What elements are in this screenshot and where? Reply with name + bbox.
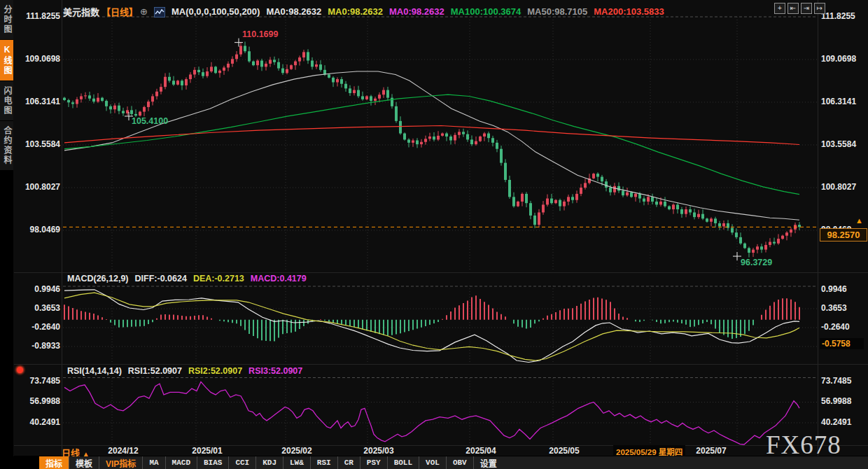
rsi-y-right-2: 40.2491 (821, 417, 866, 428)
candles-group (63, 42, 801, 258)
rsi-y-left-0: 73.7485 (14, 376, 60, 386)
macd-diff-line (64, 290, 799, 363)
macd-macd-value: MACD:0.4179 (251, 274, 307, 284)
toolbar-item-cr[interactable]: CR (337, 456, 360, 469)
macd-rsi-divider (14, 364, 868, 365)
trading-app: 分时图 K线图 闪电图 合约资料 美元指数 【日线】 ⊕ MA(0,0,0,10… (0, 0, 868, 469)
ma50-line (64, 71, 799, 220)
toolbar-item-rsi[interactable]: RSI (310, 456, 337, 469)
macd-y-right-2: -0.2640 (821, 322, 866, 332)
main-y-left-4: 100.8027 (14, 182, 60, 192)
fx678-watermark: FX678 (766, 430, 841, 460)
toolbar-item-vip-indicators[interactable]: VIP指标 (99, 456, 142, 469)
main-y-left-5: 98.0469 (14, 225, 60, 235)
macd-y-right-1: 0.3653 (821, 303, 866, 314)
high-annotation: 110.1699 (242, 29, 278, 39)
dec-low-annotation: 105.4100 (132, 116, 168, 126)
toolbar-item-settings[interactable]: 设置 (473, 456, 503, 469)
main-y-left-3: 103.5584 (14, 139, 60, 150)
last-price-arrow-icon: ▲ (855, 216, 863, 225)
shift-left-icon[interactable]: ⇤ (788, 3, 799, 14)
toolbar-item-vol[interactable]: VOL (419, 456, 446, 469)
toolbar-item-boll[interactable]: BOLL (387, 456, 419, 469)
toolbar-item-bias[interactable]: BIAS (197, 456, 228, 469)
x-label-jan: 2025/01 (192, 446, 222, 456)
macd-dea-value: DEA:-0.2713 (193, 274, 244, 284)
x-label-jul: 2025/07 (696, 446, 726, 456)
macd-diff-value: DIFF:-0.0624 (135, 274, 187, 284)
symbol-title: 美元指数 (63, 5, 99, 18)
toolbar-item-ma[interactable]: MA (142, 456, 164, 469)
expand-icon[interactable]: ⊕ (140, 6, 148, 17)
rsi-line (64, 382, 799, 444)
toolbar-item-cci[interactable]: CCI (228, 456, 255, 469)
x-label-may: 2025/05 (549, 446, 579, 456)
rsi-legend: RSI(14,14,14) RSI1:52.0907 RSI2:52.0907 … (67, 366, 302, 376)
rsi2-value: RSI2:52.0907 (188, 366, 242, 376)
macd-legend: MACD(26,12,9) DIFF:-0.0624 DEA:-0.2713 M… (67, 274, 307, 284)
ma200-value: MA200:103.5833 (594, 6, 664, 17)
alert-sun-icon[interactable] (17, 367, 23, 373)
toolbar-item-obv[interactable]: OBV (446, 456, 473, 469)
indicator-chart-icon[interactable] (154, 7, 165, 18)
macd-dea-line (64, 293, 799, 360)
main-y-left-2: 106.3141 (14, 97, 60, 107)
sidebar-tab-lightning-chart[interactable]: 闪电图 (0, 81, 13, 121)
main-y-right-0: 111.8255 (821, 11, 866, 22)
main-y-left-1: 109.0698 (14, 54, 60, 64)
rsi-y-left-2: 40.2491 (14, 417, 60, 428)
ma200-line (64, 126, 799, 145)
toolbar-item-templates[interactable]: 模板 (69, 456, 99, 469)
pan-icon[interactable]: + (774, 3, 785, 14)
ma100-value: MA100:100.3674 (451, 6, 521, 17)
sidebar-tab-time-chart[interactable]: 分时图 (0, 0, 13, 40)
jump-latest-icon[interactable]: ↦ (814, 3, 825, 14)
period-tag: 【日线】 (102, 5, 138, 18)
main-macd-divider (14, 272, 868, 273)
x-label-feb: 2025/02 (281, 446, 312, 456)
toolbar-item-macd[interactable]: MACD (165, 456, 197, 469)
ma0-value-3: MA0:98.2632 (389, 6, 444, 17)
chart-type-sidebar: 分时图 K线图 闪电图 合约资料 (0, 0, 13, 469)
rsi-title: RSI(14,14,14) (67, 366, 122, 376)
macd-y-left-2: -0.2640 (14, 322, 60, 332)
rsi-y-left-1: 56.9988 (14, 396, 60, 407)
ma50-value: MA50:98.7105 (527, 6, 587, 17)
left-gutter-divider (62, 0, 62, 456)
shift-right-icon[interactable]: ⇥ (801, 3, 812, 14)
x-label-apr: 2025/04 (465, 446, 496, 456)
x-label-mar: 2025/03 (363, 446, 393, 456)
indicator-toolbar: 指标 模板 VIP指标 MA MACD BIAS CCI KDJ LW& RSI… (0, 456, 868, 469)
main-y-right-3: 103.5584 (821, 139, 866, 150)
rsi1-value: RSI1:52.0907 (128, 366, 182, 376)
x-label-dec: 2024/12 (108, 446, 138, 456)
ma0-value-2: MA0:98.2632 (328, 6, 383, 17)
toolbar-item-kdj[interactable]: KDJ (255, 456, 283, 469)
toolbar-item-psy[interactable]: PSY (360, 456, 387, 469)
macd-title: MACD(26,12,9) (67, 274, 129, 284)
ma0-value-1: MA0:98.2632 (266, 6, 321, 17)
macd-y-left-0: 0.9946 (14, 284, 60, 295)
ma-settings-label: MA(0,0,0,100,50,200) (172, 6, 260, 17)
grid-lines (63, 17, 818, 445)
ma100-line (64, 94, 799, 194)
macd-y-right-0: 0.9946 (821, 284, 866, 295)
sidebar-tab-contract-info[interactable]: 合约资料 (0, 121, 13, 171)
right-gutter-divider (818, 0, 818, 456)
chart-canvas[interactable] (0, 0, 868, 469)
macd-y-left-1: 0.3653 (14, 303, 60, 314)
sidebar-tab-kline-chart[interactable]: K线图 (0, 40, 13, 81)
rsi-y-right-1: 56.9988 (821, 396, 866, 407)
toolbar-item-indicators[interactable]: 指标 (39, 456, 69, 469)
x-axis: 日线 ▲ 2024/12 2025/01 2025/02 2025/03 202… (14, 446, 868, 456)
toolbar-item-lw[interactable]: LW& (283, 456, 310, 469)
main-chart-legend: 美元指数 【日线】 ⊕ MA(0,0,0,100,50,200) MA0:98.… (63, 5, 664, 18)
last-price-box: 98.2570 (820, 228, 867, 241)
rsi-y-right-0: 73.7485 (821, 376, 866, 386)
main-y-right-4: 100.8027 (821, 182, 866, 192)
jun-low-annotation: 96.3729 (741, 258, 772, 267)
chart-control-icons: + ⇤ ⇥ ↦ (774, 3, 825, 14)
rsi3-value: RSI3:52.0907 (248, 366, 302, 376)
main-y-left-0: 111.8255 (14, 11, 60, 22)
main-y-right-2: 106.3141 (821, 97, 866, 107)
